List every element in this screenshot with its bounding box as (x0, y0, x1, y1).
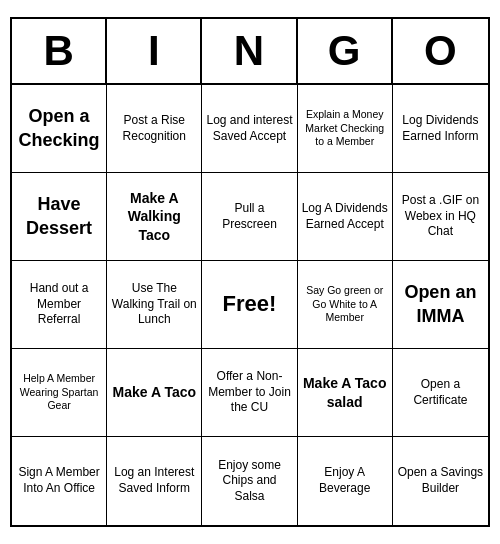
cell-text-23: Enjoy A Beverage (302, 465, 388, 496)
bingo-cell-2: Log and interest Saved Accept (202, 85, 297, 173)
header-letter-g: G (298, 19, 393, 83)
cell-text-3: Explain a Money Market Checking to a Mem… (302, 108, 388, 149)
header-letter-n: N (202, 19, 297, 83)
bingo-cell-24: Open a Savings Builder (393, 437, 488, 525)
cell-text-24: Open a Savings Builder (397, 465, 484, 496)
cell-text-8: Log A Dividends Earned Accept (302, 201, 388, 232)
bingo-cell-16: Make A Taco (107, 349, 202, 437)
cell-text-13: Say Go green or Go White to A Member (302, 284, 388, 325)
cell-text-14: Open an IMMA (397, 281, 484, 328)
bingo-cell-6: Make A Walking Taco (107, 173, 202, 261)
bingo-cell-14: Open an IMMA (393, 261, 488, 349)
cell-text-15: Help A Member Wearing Spartan Gear (16, 372, 102, 413)
cell-text-18: Make A Taco salad (302, 374, 388, 410)
bingo-cell-15: Help A Member Wearing Spartan Gear (12, 349, 107, 437)
cell-text-0: Open a Checking (16, 105, 102, 152)
cell-text-6: Make A Walking Taco (111, 189, 197, 244)
bingo-cell-23: Enjoy A Beverage (298, 437, 393, 525)
cell-text-5: Have Dessert (16, 193, 102, 240)
bingo-grid: Open a CheckingPost a Rise RecognitionLo… (12, 85, 488, 525)
bingo-cell-7: Pull a Prescreen (202, 173, 297, 261)
bingo-cell-4: Log Dividends Earned Inform (393, 85, 488, 173)
bingo-cell-5: Have Dessert (12, 173, 107, 261)
bingo-cell-0: Open a Checking (12, 85, 107, 173)
bingo-cell-19: Open a Certificate (393, 349, 488, 437)
bingo-cell-21: Log an Interest Saved Inform (107, 437, 202, 525)
cell-text-20: Sign A Member Into An Office (16, 465, 102, 496)
cell-text-19: Open a Certificate (397, 377, 484, 408)
cell-text-7: Pull a Prescreen (206, 201, 292, 232)
header-letter-i: I (107, 19, 202, 83)
cell-text-22: Enjoy some Chips and Salsa (206, 458, 292, 505)
bingo-cell-3: Explain a Money Market Checking to a Mem… (298, 85, 393, 173)
bingo-cell-12: Free! (202, 261, 297, 349)
bingo-cell-9: Post a .GIF on Webex in HQ Chat (393, 173, 488, 261)
cell-text-4: Log Dividends Earned Inform (397, 113, 484, 144)
bingo-cell-22: Enjoy some Chips and Salsa (202, 437, 297, 525)
cell-text-9: Post a .GIF on Webex in HQ Chat (397, 193, 484, 240)
header-letter-b: B (12, 19, 107, 83)
header-letter-o: O (393, 19, 488, 83)
cell-text-11: Use The Walking Trail on Lunch (111, 281, 197, 328)
bingo-header: BINGO (12, 19, 488, 85)
bingo-cell-10: Hand out a Member Referral (12, 261, 107, 349)
cell-text-21: Log an Interest Saved Inform (111, 465, 197, 496)
cell-text-2: Log and interest Saved Accept (206, 113, 292, 144)
bingo-cell-20: Sign A Member Into An Office (12, 437, 107, 525)
bingo-cell-1: Post a Rise Recognition (107, 85, 202, 173)
bingo-cell-13: Say Go green or Go White to A Member (298, 261, 393, 349)
cell-text-1: Post a Rise Recognition (111, 113, 197, 144)
cell-text-17: Offer a Non-Member to Join the CU (206, 369, 292, 416)
bingo-cell-8: Log A Dividends Earned Accept (298, 173, 393, 261)
bingo-cell-18: Make A Taco salad (298, 349, 393, 437)
cell-text-12: Free! (223, 290, 277, 319)
bingo-cell-11: Use The Walking Trail on Lunch (107, 261, 202, 349)
cell-text-16: Make A Taco (113, 383, 197, 401)
bingo-cell-17: Offer a Non-Member to Join the CU (202, 349, 297, 437)
bingo-card: BINGO Open a CheckingPost a Rise Recogni… (10, 17, 490, 527)
cell-text-10: Hand out a Member Referral (16, 281, 102, 328)
